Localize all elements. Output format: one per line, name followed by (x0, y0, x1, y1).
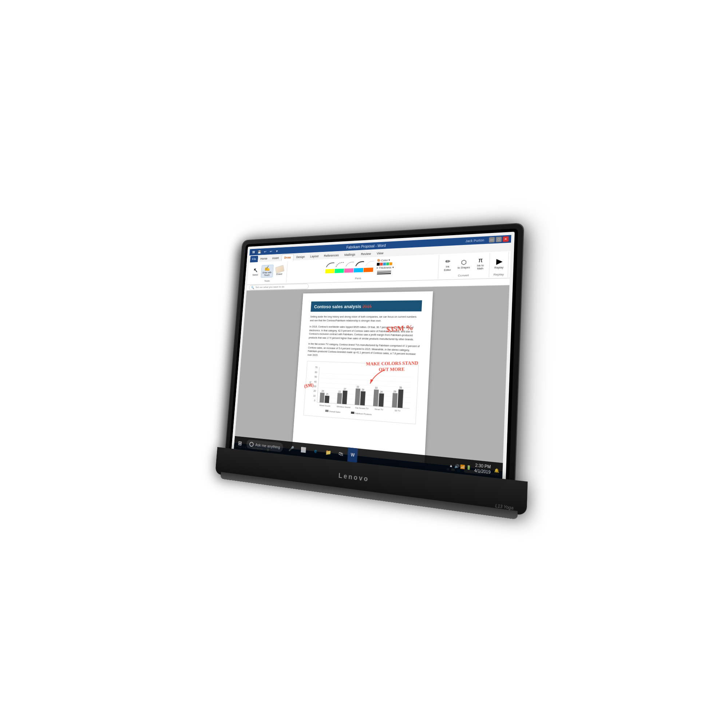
svg-text:28: 28 (361, 388, 364, 391)
convert-group-label: Convert (458, 274, 469, 278)
color-swatches-row (377, 262, 394, 266)
save-icon[interactable]: 💾 (257, 249, 262, 254)
taskbar-word-icon[interactable]: W (347, 447, 358, 463)
scene: W 💾 ↩ ↩ ▾ Fabrikam Proposal - Word Jack … (164, 164, 564, 564)
pen-stroke-2[interactable] (335, 260, 345, 268)
svg-text:33: 33 (375, 387, 378, 389)
replay-icon: ▶ (496, 256, 502, 266)
bar-wireless-fabrikam (342, 391, 348, 404)
svg-line-11 (319, 373, 411, 377)
taskbar-search[interactable]: Ask me anything (246, 439, 283, 452)
svg-text:20: 20 (314, 390, 316, 392)
replay-button[interactable]: ▶ Replay (492, 255, 506, 271)
word-logo-icon: W (251, 249, 256, 255)
doc-para-3: In the flat-screen TV category, Contoso-… (307, 342, 420, 360)
annotation-colors: MAKE COLORS STANDOUT MORE (366, 360, 418, 372)
ink-math-icon: π (478, 257, 483, 263)
highlight-green[interactable] (335, 269, 344, 273)
tab-home[interactable]: Home (258, 255, 270, 262)
svg-text:Wired Sound: Wired Sound (319, 404, 330, 407)
tab-layout[interactable]: Layout (307, 252, 321, 260)
tab-view[interactable]: View (374, 249, 387, 257)
tab-draw[interactable]: Draw (281, 254, 294, 262)
tab-design[interactable]: Design (294, 253, 307, 261)
pens-items: 🎨 Color ▾ (325, 258, 394, 278)
taskbar-edge-icon[interactable]: e (309, 444, 322, 459)
color-red[interactable] (380, 263, 382, 266)
ink-math-label: Ink toMath (477, 264, 484, 271)
pen-stroke-1[interactable] (326, 261, 335, 269)
svg-text:Wireless Sound: Wireless Sound (337, 405, 350, 408)
customize-icon[interactable]: ▾ (274, 248, 279, 254)
undo2-icon[interactable]: ↩ (268, 249, 273, 254)
highlight-yellow[interactable] (325, 269, 334, 273)
minimize-button[interactable]: — (489, 237, 495, 242)
svg-text:Overall Sales: Overall Sales (329, 410, 341, 413)
bar-wired-overall (320, 393, 325, 403)
color-black[interactable] (377, 263, 380, 266)
svg-text:33: 33 (356, 386, 359, 388)
tab-file[interactable]: File (250, 255, 258, 262)
screen: W 💾 ↩ ↩ ▾ Fabrikam Proposal - Word Jack … (231, 232, 515, 479)
convert-shapes-button[interactable]: ⬡ to Shapes (456, 258, 472, 271)
start-button[interactable]: ⊞ (234, 436, 246, 450)
ink-editor-label: InkEditor (444, 265, 451, 272)
doc-para-2: In 2016, Contoso's worldwide sales toppe… (309, 325, 421, 341)
bar-smarttv-overall (373, 390, 379, 407)
tab-insert[interactable]: Insert (270, 254, 281, 262)
tab-review[interactable]: Review (358, 250, 374, 258)
taskbar-mic-icon[interactable]: 🎤 (285, 441, 297, 456)
taskbar-tablet-icon[interactable]: ⬜ (297, 442, 309, 457)
draw-touch-button[interactable]: ✍ Draw withTouch (261, 265, 273, 278)
bar-3dtv-fabrikam (398, 390, 403, 408)
color-text: 🎨 Color ▾ (377, 258, 390, 262)
svg-rect-32 (325, 410, 328, 412)
pen-stroke-4[interactable] (355, 260, 365, 268)
bar-3dtv-overall (392, 393, 398, 408)
ink-math-button[interactable]: π Ink toMath (474, 256, 487, 272)
highlight-orange[interactable] (363, 268, 373, 272)
thickness-1[interactable] (377, 271, 391, 271)
pen-strokes-row (326, 259, 375, 269)
notification-icon[interactable]: 🔔 (494, 468, 499, 473)
convert-shapes-label: to Shapes (457, 266, 470, 270)
thickness-3[interactable] (377, 273, 391, 274)
ink-editor-button[interactable]: ✏ InkEditor (441, 257, 454, 273)
eraser-button[interactable]: Eraser (274, 265, 285, 276)
taskbar-store-icon[interactable]: 🛍 (335, 446, 348, 462)
color-label: 🎨 Color ▾ (377, 258, 394, 262)
doc-title-year: 2015 (362, 304, 372, 309)
pens-group-label: Pens (355, 277, 361, 280)
pen-stroke-5[interactable] (365, 259, 375, 267)
thickness-2[interactable] (377, 272, 391, 273)
pen-stroke-3[interactable] (345, 260, 355, 268)
draw-touch-label: Draw withTouch (262, 271, 272, 277)
tell-me-input[interactable]: 🔍 Tell me what you want to do (249, 284, 309, 290)
screen-bezel: W 💾 ↩ ↩ ▾ Fabrikam Proposal - Word Jack … (229, 229, 518, 480)
system-tray-icons: ▲ 🔊 📶 🔋 (449, 463, 471, 470)
svg-text:Fabrikam Products: Fabrikam Products (355, 412, 372, 416)
pen-controls: 🎨 Color ▾ (376, 258, 394, 275)
select-button[interactable]: ↖ Select (251, 266, 260, 277)
laptop: W 💾 ↩ ↩ ▾ Fabrikam Proposal - Word Jack … (212, 191, 546, 561)
select-icon: ↖ (253, 267, 258, 273)
doc-body: Setting aside the long history and stron… (307, 315, 422, 360)
tools-items: ↖ Select ✍ Draw withTouch (251, 262, 286, 280)
svg-text:30: 30 (314, 385, 317, 388)
tab-references[interactable]: References (321, 252, 341, 259)
doc-title-block: Contoso sales analysis 2015 (310, 300, 422, 312)
doc-title: Contoso sales analysis (314, 304, 362, 309)
svg-text:10: 10 (313, 395, 316, 397)
undo-icon[interactable]: ↩ (262, 249, 268, 254)
color-orange[interactable] (389, 262, 392, 265)
highlight-blue[interactable] (353, 268, 363, 272)
taskbar-folder-icon[interactable]: 📁 (322, 445, 335, 460)
color-green[interactable] (386, 262, 389, 265)
tab-mailings[interactable]: Mailings (341, 251, 358, 258)
svg-text:28: 28 (393, 390, 396, 393)
svg-text:40: 40 (314, 380, 317, 383)
color-blue[interactable] (383, 262, 386, 265)
close-button[interactable]: ✕ (503, 236, 509, 242)
maximize-button[interactable]: □ (496, 237, 502, 242)
highlight-pink[interactable] (344, 268, 353, 273)
